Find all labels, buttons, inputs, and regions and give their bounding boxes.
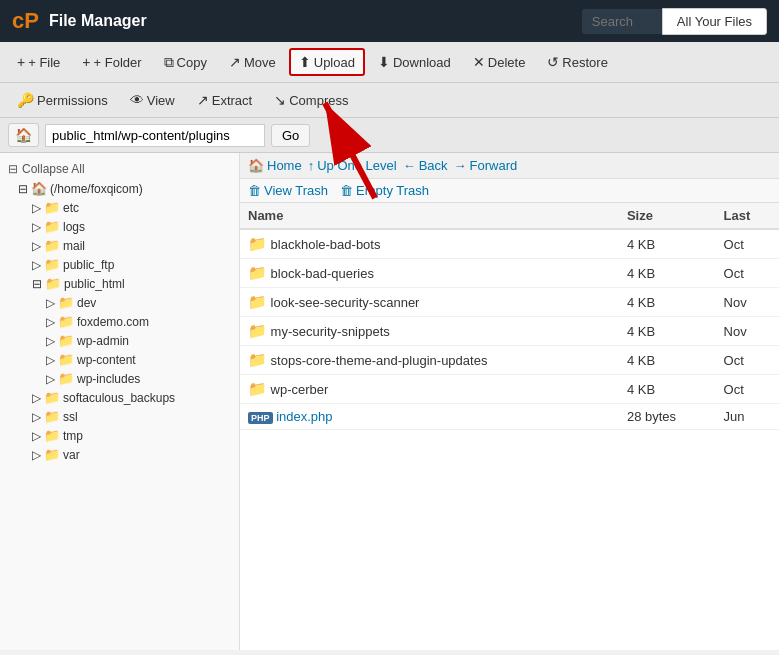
folder-icon-var: 📁	[44, 447, 60, 462]
folder-icon-public-ftp: 📁	[44, 257, 60, 272]
table-row[interactable]: 📁 stops-core-theme-and-plugin-updates4 K…	[240, 346, 779, 375]
collapse-all-button[interactable]: ⊟ Collapse All	[4, 159, 235, 179]
file-date-cell: Oct	[716, 375, 779, 404]
tree-item-softaculous[interactable]: ▷ 📁 softaculous_backups	[4, 388, 235, 407]
restore-button[interactable]: ↺ Restore	[538, 49, 617, 75]
file-name-cell: 📁 stops-core-theme-and-plugin-updates	[240, 346, 619, 375]
folder-icon-foxdemo: 📁	[58, 314, 74, 329]
up-one-level-link[interactable]: ↑ Up One Level	[308, 158, 397, 173]
folder-plus-icon: +	[82, 54, 90, 70]
toolbar-row2: 🔑 Permissions 👁 View ↗ Extract ↘ Compres…	[0, 83, 779, 118]
expand-icon: ▷	[32, 429, 41, 443]
search-input[interactable]	[582, 9, 662, 34]
file-size-cell: 4 KB	[619, 317, 716, 346]
table-row[interactable]: 📁 my-security-snippets4 KBNov	[240, 317, 779, 346]
restore-icon: ↺	[547, 54, 559, 70]
new-folder-button[interactable]: + + Folder	[73, 49, 150, 75]
copy-icon: ⧉	[164, 54, 174, 71]
new-file-button[interactable]: + + File	[8, 49, 69, 75]
folder-icon-ssl: 📁	[44, 409, 60, 424]
permissions-button[interactable]: 🔑 Permissions	[8, 87, 117, 113]
folder-icon-etc: 📁	[44, 200, 60, 215]
file-size-cell: 4 KB	[619, 288, 716, 317]
tree-item-wp-includes[interactable]: ▷ 📁 wp-includes	[4, 369, 235, 388]
file-name-cell: 📁 wp-cerber	[240, 375, 619, 404]
copy-button[interactable]: ⧉ Copy	[155, 49, 216, 76]
compress-button[interactable]: ↘ Compress	[265, 87, 357, 113]
empty-trash-link[interactable]: 🗑 Empty Trash	[340, 183, 429, 198]
upload-icon: ⬆	[299, 54, 311, 70]
table-row[interactable]: 📁 look-see-security-scanner4 KBNov	[240, 288, 779, 317]
forward-icon: →	[454, 158, 467, 173]
tree-item-dev[interactable]: ▷ 📁 dev	[4, 293, 235, 312]
expand-icon: ▷	[32, 410, 41, 424]
file-size-cell: 4 KB	[619, 346, 716, 375]
tree-root[interactable]: ⊟ 🏠 (/home/foxqicom)	[4, 179, 235, 198]
tree-item-public-html[interactable]: ⊟ 📁 public_html	[4, 274, 235, 293]
move-button[interactable]: ↗ Move	[220, 49, 285, 75]
folder-file-icon: 📁	[248, 264, 267, 281]
folder-file-icon: 📁	[248, 351, 267, 368]
expand-icon: ▷	[32, 448, 41, 462]
tree-item-mail[interactable]: ▷ 📁 mail	[4, 236, 235, 255]
file-name-cell: 📁 my-security-snippets	[240, 317, 619, 346]
file-name-cell: 📁 blackhole-bad-bots	[240, 229, 619, 259]
home-icon-button[interactable]: 🏠	[8, 123, 39, 147]
home-nav-link[interactable]: 🏠 Home	[248, 158, 302, 173]
all-files-tab[interactable]: All Your Files	[662, 8, 767, 35]
delete-button[interactable]: ✕ Delete	[464, 49, 535, 75]
file-name-cell: PHP index.php	[240, 404, 619, 430]
tree-item-ssl[interactable]: ▷ 📁 ssl	[4, 407, 235, 426]
tree-item-tmp[interactable]: ▷ 📁 tmp	[4, 426, 235, 445]
collapse-icon: ⊟	[8, 162, 18, 176]
tree-item-etc[interactable]: ▷ 📁 etc	[4, 198, 235, 217]
table-row[interactable]: PHP index.php28 bytesJun	[240, 404, 779, 430]
php-file-link[interactable]: index.php	[276, 409, 332, 424]
file-size-cell: 4 KB	[619, 259, 716, 288]
forward-link[interactable]: → Forward	[454, 158, 518, 173]
folder-icon-mail: 📁	[44, 238, 60, 253]
tree-item-foxdemo[interactable]: ▷ 📁 foxdemo.com	[4, 312, 235, 331]
move-icon: ↗	[229, 54, 241, 70]
folder-icon-tmp: 📁	[44, 428, 60, 443]
go-button[interactable]: Go	[271, 124, 310, 147]
back-link[interactable]: ← Back	[403, 158, 448, 173]
folder-icon-wp-includes: 📁	[58, 371, 74, 386]
file-tree-sidebar: ⊟ Collapse All ⊟ 🏠 (/home/foxqicom) ▷ 📁 …	[0, 153, 240, 650]
expand-icon: ▷	[46, 334, 55, 348]
tree-item-wp-admin[interactable]: ▷ 📁 wp-admin	[4, 331, 235, 350]
expand-icon: ▷	[32, 220, 41, 234]
tree-item-public-ftp[interactable]: ▷ 📁 public_ftp	[4, 255, 235, 274]
col-size: Size	[619, 203, 716, 229]
php-badge: PHP	[248, 412, 273, 424]
cpanel-logo: cP	[12, 8, 39, 34]
file-name-cell: 📁 block-bad-queries	[240, 259, 619, 288]
folder-file-icon: 📁	[248, 293, 267, 310]
file-date-cell: Nov	[716, 317, 779, 346]
file-table: Name Size Last 📁 blackhole-bad-bots4 KBO…	[240, 203, 779, 430]
file-date-cell: Nov	[716, 288, 779, 317]
extract-button[interactable]: ↗ Extract	[188, 87, 261, 113]
table-row[interactable]: 📁 block-bad-queries4 KBOct	[240, 259, 779, 288]
view-trash-link[interactable]: 🗑 View Trash	[248, 183, 328, 198]
header: cP File Manager All Your Files	[0, 0, 779, 42]
file-plus-icon: +	[17, 54, 25, 70]
tree-item-wp-content[interactable]: ▷ 📁 wp-content	[4, 350, 235, 369]
expand-icon: ▷	[32, 201, 41, 215]
view-button[interactable]: 👁 View	[121, 87, 184, 113]
table-row[interactable]: 📁 blackhole-bad-bots4 KBOct	[240, 229, 779, 259]
file-date-cell: Oct	[716, 259, 779, 288]
filepane-nav: 🏠 Home ↑ Up One Level ← Back → Forward	[240, 153, 779, 179]
expand-icon: ⊟	[18, 182, 28, 196]
path-input[interactable]	[45, 124, 265, 147]
tree-item-logs[interactable]: ▷ 📁 logs	[4, 217, 235, 236]
folder-file-icon: 📁	[248, 322, 267, 339]
toolbar-row1: + + File + + Folder ⧉ Copy ↗ Move ⬆ Uplo…	[0, 42, 779, 83]
download-button[interactable]: ⬇ Download	[369, 49, 460, 75]
empty-trash-icon: 🗑	[340, 183, 353, 198]
file-date-cell: Oct	[716, 229, 779, 259]
tree-item-var[interactable]: ▷ 📁 var	[4, 445, 235, 464]
table-row[interactable]: 📁 wp-cerber4 KBOct	[240, 375, 779, 404]
upload-button[interactable]: ⬆ Upload	[289, 48, 365, 76]
expand-icon: ▷	[32, 258, 41, 272]
